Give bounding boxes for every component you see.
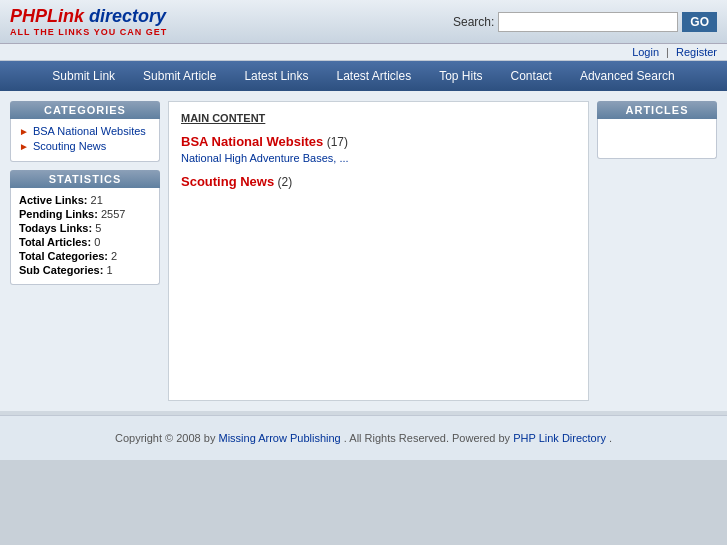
category-scouting-count-val: (2) [278,175,293,189]
search-input[interactable] [498,12,678,32]
stat-todays-links: Todays Links: 5 [19,222,151,234]
stat-todays-links-value: 5 [95,222,101,234]
bsa-links-ellipsis: , ... [333,152,348,164]
stat-total-categories-label: Total Categories: [19,250,108,262]
stat-total-articles-value: 0 [94,236,100,248]
nav-contact[interactable]: Contact [497,61,566,91]
category-scouting-link[interactable]: Scouting News [33,140,106,152]
footer-rights: . All Rights Reserved. Powered by [344,432,510,444]
stat-total-categories: Total Categories: 2 [19,250,151,262]
nav-advanced-search[interactable]: Advanced Search [566,61,689,91]
statistics-box: STATISTICS Active Links: 21 Pending Link… [10,170,160,285]
stat-total-articles-label: Total Articles: [19,236,91,248]
categories-header: CATEGORIES [10,101,160,119]
nav-latest-links[interactable]: Latest Links [230,61,322,91]
category-bsa-count-val: (17) [327,135,348,149]
category-arrow-icon: ► [19,126,29,137]
category-item: ► Scouting News [19,140,151,152]
category-scouting: Scouting News (2) [181,174,576,189]
nav-submit-article[interactable]: Submit Article [129,61,230,91]
auth-bar: Login | Register [0,44,727,61]
category-item: ► BSA National Websites [19,125,151,137]
left-sidebar: CATEGORIES ► BSA National Websites ► Sco… [10,101,160,401]
logo-subtitle: ALL THE LINKS YOU CAN GET [10,27,167,37]
logo-php: PHPLink [10,6,84,26]
category-scouting-title-link[interactable]: Scouting News [181,174,274,189]
register-link[interactable]: Register [676,46,717,58]
footer-period: . [609,432,612,444]
articles-header: ARTICLES [597,101,717,119]
main-content-area: MAIN CONTENT BSA National Websites (17) … [168,101,589,401]
footer-copyright: Copyright © 2008 by [115,432,215,444]
bottom-gray-area [0,460,727,545]
articles-box: ARTICLES [597,101,717,159]
nav-bar: Submit Link Submit Article Latest Links … [0,61,727,91]
search-label: Search: [453,15,494,29]
statistics-header: STATISTICS [10,170,160,188]
nav-submit-link[interactable]: Submit Link [38,61,129,91]
stat-todays-links-label: Todays Links: [19,222,92,234]
footer-company-link[interactable]: Missing Arrow Publishing [218,432,340,444]
main-content-label: MAIN CONTENT [181,112,576,124]
stat-active-links-value: 21 [91,194,103,206]
stat-pending-links-label: Pending Links: [19,208,98,220]
stat-sub-categories: Sub Categories: 1 [19,264,151,276]
login-link[interactable]: Login [632,46,659,58]
nav-latest-articles[interactable]: Latest Articles [322,61,425,91]
top-bar: PHPLink directory ALL THE LINKS YOU CAN … [0,0,727,44]
footer: Copyright © 2008 by Missing Arrow Publis… [0,415,727,460]
stat-total-articles: Total Articles: 0 [19,236,151,248]
nav-top-hits[interactable]: Top Hits [425,61,496,91]
bsa-sublink[interactable]: National High Adventure Bases [181,152,333,164]
category-bsa-link[interactable]: BSA National Websites [33,125,146,137]
category-bsa-title-link[interactable]: BSA National Websites [181,134,323,149]
stat-pending-links-value: 2557 [101,208,125,220]
right-sidebar: ARTICLES [597,101,717,401]
stat-pending-links: Pending Links: 2557 [19,208,151,220]
footer-powered-link[interactable]: PHP Link Directory [513,432,606,444]
main-wrapper: CATEGORIES ► BSA National Websites ► Sco… [0,91,727,411]
categories-content: ► BSA National Websites ► Scouting News [10,119,160,162]
search-go-button[interactable]: GO [682,12,717,32]
statistics-content: Active Links: 21 Pending Links: 2557 Tod… [10,188,160,285]
articles-content [597,119,717,159]
category-bsa-links: National High Adventure Bases, ... [181,152,576,164]
logo-title: PHPLink directory [10,6,167,27]
logo-area: PHPLink directory ALL THE LINKS YOU CAN … [10,6,167,37]
stat-sub-categories-label: Sub Categories: [19,264,103,276]
stat-active-links: Active Links: 21 [19,194,151,206]
auth-separator: | [666,46,669,58]
logo-rest: directory [84,6,166,26]
category-arrow-icon: ► [19,141,29,152]
stat-total-categories-value: 2 [111,250,117,262]
categories-box: CATEGORIES ► BSA National Websites ► Sco… [10,101,160,162]
stat-active-links-label: Active Links: [19,194,87,206]
stat-sub-categories-value: 1 [106,264,112,276]
search-area: Search: GO [453,12,717,32]
category-bsa: BSA National Websites (17) National High… [181,134,576,164]
